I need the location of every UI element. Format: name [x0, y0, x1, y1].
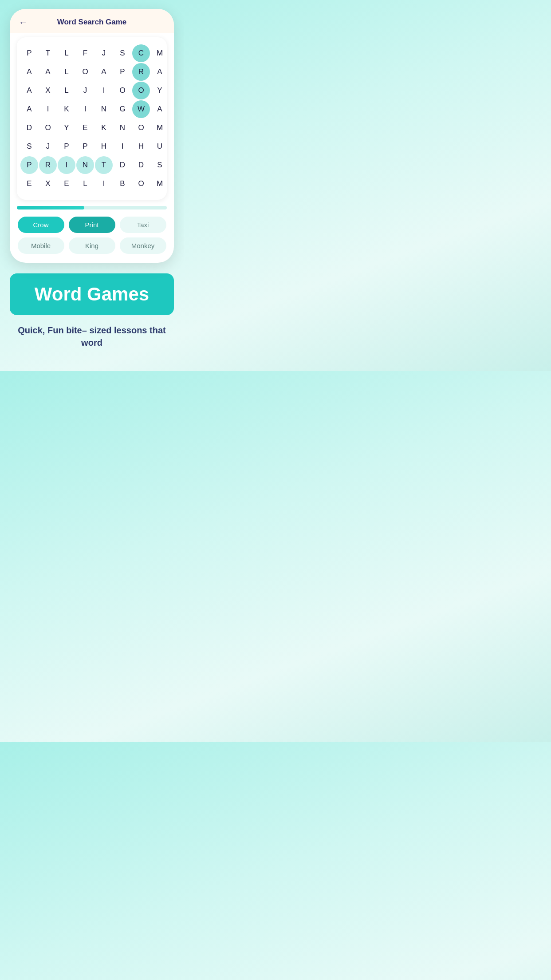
grid-cell[interactable]: M — [151, 119, 169, 137]
grid-cell[interactable]: A — [20, 82, 38, 99]
grid-cell[interactable]: I — [58, 156, 75, 174]
grid-cell[interactable]: M — [151, 44, 169, 62]
grid-cell[interactable]: Y — [151, 82, 169, 99]
grid-cell[interactable]: N — [95, 100, 113, 118]
grid-cell[interactable]: D — [20, 119, 38, 137]
grid-cell[interactable]: O — [132, 119, 150, 137]
words-section: CrowPrintTaxi MobileKingMonkey — [10, 209, 174, 263]
grid-cell[interactable]: O — [114, 82, 131, 99]
grid-cell[interactable]: E — [58, 175, 75, 193]
progress-bar-fill — [17, 206, 84, 209]
word-chip[interactable]: King — [69, 237, 115, 254]
grid-cell[interactable]: B — [114, 175, 131, 193]
grid-cell[interactable]: Y — [58, 119, 75, 137]
grid-cell[interactable]: H — [132, 138, 150, 155]
grid-cell[interactable]: I — [95, 175, 113, 193]
grid-cell[interactable]: E — [76, 119, 94, 137]
grid-cell[interactable]: I — [95, 82, 113, 99]
grid-cell[interactable]: H — [95, 138, 113, 155]
grid-cell[interactable]: F — [76, 44, 94, 62]
grid-cell[interactable]: A — [20, 100, 38, 118]
words-row-2: MobileKingMonkey — [17, 237, 167, 254]
grid-cell[interactable]: A — [151, 100, 169, 118]
grid-cell[interactable]: X — [39, 175, 57, 193]
grid-cell[interactable]: E — [20, 175, 38, 193]
word-chip[interactable]: Crow — [18, 217, 64, 233]
word-search-grid: PTLFJSCMAALOAPRAAXLJIOOYAIKINGWADOYEKNOM… — [20, 44, 163, 193]
grid-cell[interactable]: U — [151, 138, 169, 155]
phone-header: ← Word Search Game — [10, 9, 174, 33]
grid-cell[interactable]: P — [20, 44, 38, 62]
grid-cell[interactable]: T — [95, 156, 113, 174]
grid-cell[interactable]: N — [114, 119, 131, 137]
grid-cell[interactable]: K — [58, 100, 75, 118]
grid-cell[interactable]: R — [39, 156, 57, 174]
grid-cell[interactable]: T — [39, 44, 57, 62]
word-chip[interactable]: Taxi — [120, 217, 166, 233]
grid-cell[interactable]: N — [76, 156, 94, 174]
grid-cell[interactable]: O — [132, 82, 150, 99]
grid-cell[interactable]: O — [132, 175, 150, 193]
grid-cell[interactable]: A — [151, 63, 169, 81]
word-games-banner: Word Games — [10, 273, 174, 315]
grid-cell[interactable]: L — [58, 63, 75, 81]
phone-frame: ← Word Search Game PTLFJSCMAALOAPRAAXLJI… — [10, 9, 174, 263]
grid-cell[interactable]: A — [95, 63, 113, 81]
word-games-title: Word Games — [19, 284, 165, 304]
back-button[interactable]: ← — [19, 17, 28, 28]
grid-cell[interactable]: W — [132, 100, 150, 118]
grid-cell[interactable]: I — [39, 100, 57, 118]
progress-bar-background — [17, 206, 167, 209]
grid-cell[interactable]: K — [95, 119, 113, 137]
grid-cell[interactable]: L — [58, 82, 75, 99]
grid-cell[interactable]: A — [39, 63, 57, 81]
words-row-1: CrowPrintTaxi — [17, 217, 167, 233]
progress-section — [10, 200, 174, 209]
word-chip[interactable]: Print — [69, 217, 115, 233]
grid-container: PTLFJSCMAALOAPRAAXLJIOOYAIKINGWADOYEKNOM… — [17, 37, 167, 200]
grid-cell[interactable]: P — [58, 138, 75, 155]
grid-cell[interactable]: C — [132, 44, 150, 62]
grid-cell[interactable]: R — [132, 63, 150, 81]
grid-cell[interactable]: A — [20, 63, 38, 81]
grid-cell[interactable]: X — [39, 82, 57, 99]
grid-cell[interactable]: D — [114, 156, 131, 174]
grid-cell[interactable]: S — [20, 138, 38, 155]
word-chip[interactable]: Monkey — [120, 237, 166, 254]
grid-cell[interactable]: P — [76, 138, 94, 155]
grid-cell[interactable]: M — [151, 175, 169, 193]
subtitle-text: Quick, Fun bite– sized lessons that word — [10, 324, 174, 349]
grid-cell[interactable]: P — [114, 63, 131, 81]
grid-cell[interactable]: S — [114, 44, 131, 62]
page-title: Word Search Game — [57, 18, 127, 27]
grid-cell[interactable]: L — [76, 175, 94, 193]
grid-cell[interactable]: J — [39, 138, 57, 155]
grid-cell[interactable]: G — [114, 100, 131, 118]
grid-cell[interactable]: I — [76, 100, 94, 118]
grid-cell[interactable]: D — [132, 156, 150, 174]
grid-cell[interactable]: I — [114, 138, 131, 155]
grid-cell[interactable]: J — [95, 44, 113, 62]
word-chip[interactable]: Mobile — [18, 237, 64, 254]
grid-cell[interactable]: P — [20, 156, 38, 174]
grid-cell[interactable]: O — [39, 119, 57, 137]
grid-cell[interactable]: S — [151, 156, 169, 174]
grid-cell[interactable]: J — [76, 82, 94, 99]
grid-cell[interactable]: O — [76, 63, 94, 81]
grid-cell[interactable]: L — [58, 44, 75, 62]
